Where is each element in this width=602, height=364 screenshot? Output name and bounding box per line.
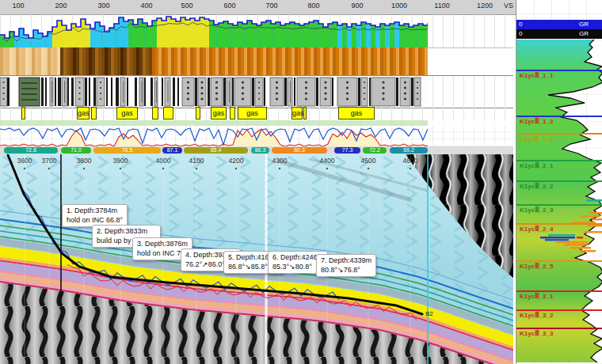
ruler-tick: 400 (140, 2, 152, 9)
gas-marker (152, 107, 158, 119)
inclination-pill: 69.2 (390, 147, 428, 154)
ruler-tick: 800 (307, 2, 319, 9)
formation-top-line (516, 223, 602, 225)
depth-tick: 4600 (403, 157, 418, 165)
inclination-pill: 85.4 (184, 147, 248, 154)
depth-tick: 4100 (189, 157, 204, 165)
annotation-line1: 1. Depth:3784m (67, 207, 123, 216)
gas-marker (230, 107, 235, 119)
gas-marker: gas (77, 107, 90, 119)
depth-tick: 4200 (229, 157, 244, 165)
inclination-pill-bar: 72.871.075.587.185.486.380.377.372.269.2 (0, 146, 513, 154)
formation-label: K1ycⅢ_2_3 (520, 207, 553, 214)
inclination-pill: 87.1 (162, 147, 182, 154)
formation-top-line (516, 204, 602, 206)
ruler-tick: 600 (223, 2, 235, 9)
gas-marker (303, 107, 307, 119)
gas-marker (163, 107, 173, 119)
ruler-tick: 1200 (477, 2, 493, 9)
inclination-pill: 71.0 (61, 147, 91, 154)
depth-tick: 3700 (42, 157, 57, 165)
gr-header-blue: 0 GR (516, 20, 602, 29)
gas-marker: gas (238, 107, 267, 119)
gas-marker: gas (338, 107, 375, 119)
inclination-pill: 75.5 (93, 147, 161, 154)
formation-top-line (516, 160, 602, 161)
seismic-section[interactable]: B236003700380039004000410042004300440045… (0, 154, 513, 364)
type-log-panel[interactable]: 0 GR 0 GR K1ycⅢ_1_1K1ycⅢ_1_2K1ycⅢ_1_3K1y… (516, 0, 602, 364)
formation-label: K1ycⅢ_3_1 (520, 293, 553, 300)
gr-curve-name: GR (579, 20, 589, 29)
depth-tick: 3900 (113, 157, 128, 165)
vs-ruler: 100200300400500600700800900100011001200V… (0, 0, 602, 15)
formation-label: K1ycⅢ_2_5 (520, 263, 553, 270)
depth-tick: 3600 (17, 157, 32, 165)
gas-marker (196, 107, 200, 119)
inclination-pill: 72.2 (363, 147, 387, 154)
gr-scale-min: 0 (519, 29, 522, 39)
depth-tick: 4000 (156, 157, 171, 165)
formation-top-line (516, 328, 602, 329)
depth-tick: 4300 (272, 157, 288, 165)
ruler-tick: 100 (12, 2, 24, 9)
ruler-tick: 300 (97, 2, 109, 9)
formation-top-line (516, 309, 602, 311)
ruler-tick: 200 (55, 2, 67, 9)
marker-strip (0, 120, 428, 126)
depth-tick: 4400 (320, 157, 335, 165)
formation-top-line (516, 133, 602, 135)
target-b2-label: B2 (425, 310, 433, 317)
formation-label: K1ycⅢ_1_2 (520, 118, 553, 125)
gr-scale-min: 0 (519, 20, 522, 29)
formation-top-line (516, 180, 602, 182)
gas-show-track[interactable]: gasgasgasgasgasgas (0, 107, 513, 120)
gas-marker: gas (291, 107, 303, 119)
inclination-pill: 86.3 (251, 147, 269, 154)
gas-marker: gas (211, 107, 227, 119)
ruler-tick: 500 (181, 2, 192, 9)
borehole-image-track[interactable] (0, 47, 513, 75)
gr-curve-name: GR (579, 29, 589, 39)
vs-axis-label: VS (504, 2, 513, 9)
log-curve-track[interactable] (0, 126, 513, 146)
gr-colorfill-track[interactable] (0, 14, 513, 48)
formation-label: K1ycⅢ_1_3 (520, 135, 553, 142)
gas-marker: gas (116, 107, 138, 119)
formation-label: K1ycⅢ_2_4 (520, 226, 553, 233)
lithology-track[interactable] (0, 75, 513, 108)
inclination-pill: 80.3 (272, 147, 327, 154)
formation-label: K1ycⅢ_3_3 (520, 330, 553, 337)
annotation-line2: hold on INC 66.8° (67, 216, 123, 226)
inclination-pill: 72.8 (4, 147, 58, 154)
depth-annotation[interactable]: 7. Depth:4339m80.8°↘76.8° (316, 254, 376, 277)
ruler-tick: 900 (351, 2, 363, 9)
annotation-line1: 2. Depth:3833m (97, 227, 156, 237)
inclination-pill: 77.3 (334, 147, 360, 154)
ruler-tick: 1100 (434, 2, 449, 9)
gas-marker (91, 107, 97, 119)
depth-annotation[interactable]: 1. Depth:3784mhold on INC 66.8° (62, 204, 128, 227)
depth-tick: 4500 (361, 157, 376, 165)
annotation-line2: 80.8°↘76.8° (321, 266, 371, 275)
ruler-tick: 1000 (391, 2, 407, 9)
gas-marker (21, 107, 25, 119)
formation-label: K1ycⅢ_1_1 (520, 72, 553, 79)
formation-top-line (516, 70, 602, 71)
annotation-line1: 7. Depth:4339m (321, 256, 371, 266)
depth-tick: 3800 (77, 157, 92, 165)
gr-header-black: 0 GR (516, 29, 602, 39)
geosteering-app: 100200300400500600700800900100011001200V… (0, 0, 602, 364)
annotation-line1: 3. Depth:3876m (137, 240, 188, 249)
formation-label: K1ycⅢ_3_2 (520, 312, 553, 319)
formation-label: K1ycⅢ_2_1 (520, 162, 553, 169)
formation-top-line (516, 290, 602, 292)
formation-top-line (516, 116, 602, 117)
ruler-tick: 700 (265, 2, 277, 9)
formation-top-line (516, 260, 602, 262)
formation-label: K1ycⅢ_2_2 (520, 183, 553, 190)
